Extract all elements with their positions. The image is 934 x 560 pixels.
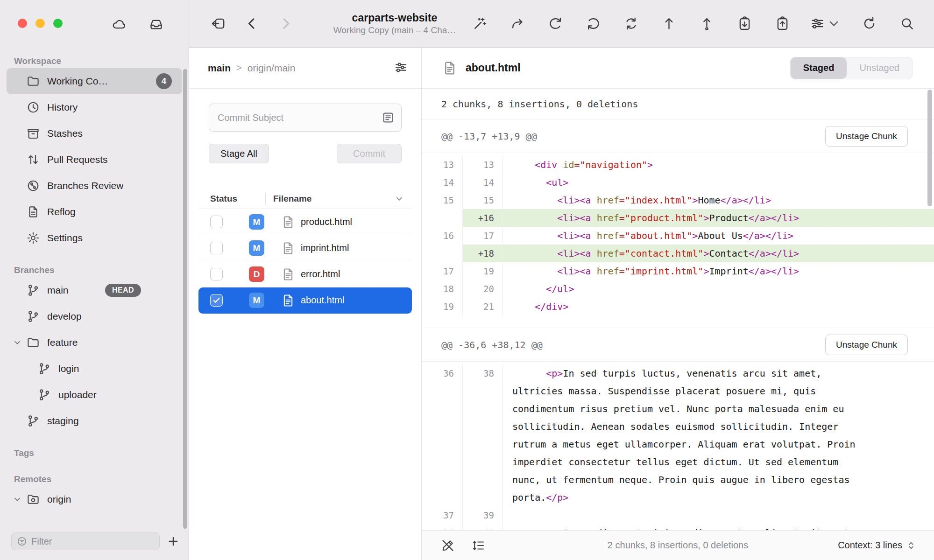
file-checkbox[interactable]	[210, 242, 223, 254]
back-icon	[244, 16, 260, 31]
old-line-number: 37	[422, 506, 463, 524]
unstage-chunk-button[interactable]: Unstage Chunk	[825, 126, 908, 147]
old-line-number: 18	[422, 280, 463, 298]
add-repository-button[interactable]	[163, 531, 184, 552]
quick-actions-button[interactable]	[469, 14, 490, 34]
push-tags-button[interactable]	[696, 14, 717, 34]
stash-down-icon	[737, 16, 752, 31]
filter-input[interactable]	[31, 536, 155, 547]
diff-line: 3840 <p>Suspendisse ut nisi ac diam auct…	[422, 524, 934, 530]
new-line-number: 13	[463, 156, 503, 174]
pencil-off-icon	[441, 539, 455, 553]
sidebar-item-working-co[interactable]: Working Co…4	[7, 68, 182, 94]
column-status[interactable]: Status	[210, 194, 265, 204]
file-row-error-html[interactable]: Derror.html	[198, 261, 412, 287]
file-checkbox[interactable]	[210, 294, 223, 307]
sidebar-item-feature[interactable]: feature	[7, 329, 182, 356]
share-button[interactable]	[507, 14, 528, 34]
diff-footer-summary: 2 chunks, 8 insertions, 0 deletions	[608, 540, 748, 551]
cloud-button[interactable]	[108, 14, 129, 35]
file-checkbox[interactable]	[210, 216, 223, 228]
sidebar-item-settings[interactable]: Settings	[7, 225, 182, 251]
file-checkbox[interactable]	[210, 268, 223, 280]
diff-scrollbar[interactable]	[927, 90, 932, 206]
chunk-header: @@ -36,6 +38,12 @@Unstage Chunk	[422, 328, 934, 362]
sidebar-sections: WorkspaceWorking Co…4HistoryStashesPull …	[0, 48, 189, 526]
chunk-range: @@ -36,6 +38,12 @@	[441, 339, 543, 350]
column-filename[interactable]: Filename	[273, 194, 311, 204]
pop-stash-button[interactable]	[772, 14, 792, 34]
old-line-number: 16	[422, 227, 463, 245]
window-close-button[interactable]	[18, 19, 27, 28]
line-wrap-button[interactable]	[469, 536, 488, 555]
file-row-about-html[interactable]: Mabout.html	[198, 287, 412, 314]
filter-field[interactable]	[11, 532, 160, 550]
breadcrumb-local-branch[interactable]: main	[208, 63, 231, 74]
sidebar-item-login[interactable]: login	[7, 356, 182, 382]
diff-line: 1820 </ul>	[422, 280, 934, 298]
commit-note-icon	[381, 111, 395, 125]
push-icon	[661, 16, 677, 31]
sidebar-item-reflog[interactable]: Reflog	[7, 199, 182, 225]
sidebar-item-history[interactable]: History	[7, 94, 182, 120]
sidebar-item-uploader[interactable]: uploader	[7, 382, 182, 408]
branch-icon	[26, 414, 40, 428]
commit-button[interactable]: Commit	[337, 144, 402, 163]
old-line-number: 15	[422, 191, 463, 209]
push-button[interactable]	[658, 14, 679, 34]
pull-button[interactable]	[583, 14, 603, 34]
commit-subject-input[interactable]	[209, 104, 402, 132]
file-page-icon	[281, 266, 295, 282]
view-options-button[interactable]	[810, 14, 842, 34]
sidebar-item-main[interactable]: mainHEAD	[7, 277, 182, 303]
branch-icon	[26, 309, 40, 323]
sidebar-item-label: History	[47, 102, 78, 113]
unstage-chunk-button[interactable]: Unstage Chunk	[825, 335, 908, 355]
sidebar-filter-bar	[0, 526, 189, 560]
tab-unstaged[interactable]: Unstaged	[847, 57, 912, 79]
context-lines-control: Context: 3 lines	[838, 539, 916, 552]
chevron-down-icon	[12, 494, 22, 504]
list-options-button[interactable]	[394, 60, 408, 76]
search-icon	[899, 16, 915, 31]
fetch-button[interactable]	[545, 14, 566, 34]
refresh-button[interactable]	[859, 14, 879, 34]
file-row-imprint-html[interactable]: Mimprint.html	[198, 235, 412, 261]
back-button[interactable]	[241, 14, 262, 34]
forward-button[interactable]	[275, 14, 296, 34]
sidebar-item-pull-requests[interactable]: Pull Requests	[7, 147, 182, 173]
sidebar-item-develop[interactable]: develop	[7, 303, 182, 329]
folder-icon	[26, 336, 40, 350]
chunk-lines: 3638 <p>In sed turpis luctus, venenatis …	[422, 362, 934, 530]
stage-all-button[interactable]: Stage All	[209, 144, 269, 163]
devices-button[interactable]	[146, 14, 166, 35]
sidebar-item-branches-review[interactable]: Branches Review	[7, 173, 182, 199]
window-zoom-button[interactable]	[53, 19, 63, 28]
tab-staged[interactable]: Staged	[791, 57, 847, 79]
folder-remote-icon	[26, 492, 40, 506]
window-minimize-button[interactable]	[35, 19, 45, 28]
branch-icon	[26, 283, 40, 297]
refresh-icon	[862, 16, 877, 31]
breadcrumb-remote-branch[interactable]: origin/main	[248, 63, 296, 74]
sidebar-item-origin[interactable]: origin	[7, 486, 182, 512]
sidebar-item-stashes[interactable]: Stashes	[7, 120, 182, 147]
context-stepper[interactable]	[906, 539, 916, 552]
search-button[interactable]	[897, 14, 917, 34]
old-line-number	[422, 209, 463, 227]
file-row-product-html[interactable]: Mproduct.html	[198, 209, 412, 235]
pull-icon	[586, 16, 601, 31]
sidebar-item-label: feature	[47, 337, 78, 348]
file-name: product.html	[301, 217, 352, 227]
sort-chevron-icon[interactable]	[394, 194, 404, 204]
sidebar-item-staging[interactable]: staging	[7, 408, 182, 434]
pull-request-icon	[26, 153, 40, 167]
diff-chunks: @@ -13,7 +13,9 @@Unstage Chunk1313 <div …	[422, 119, 934, 530]
hide-whitespace-button[interactable]	[439, 536, 457, 555]
sidebar-scrollbar[interactable]	[183, 69, 187, 529]
sync-button[interactable]	[621, 14, 641, 34]
file-name: about.html	[301, 295, 344, 306]
stash-button[interactable]	[734, 14, 755, 34]
open-repository-button[interactable]	[208, 14, 228, 34]
sidebar-top-buttons	[108, 14, 166, 35]
